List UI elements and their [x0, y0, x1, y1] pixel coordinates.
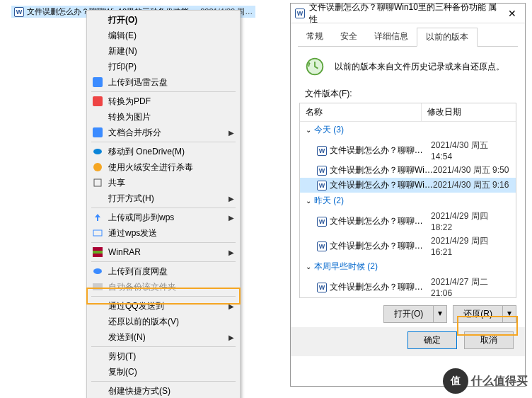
ctx-share[interactable]: 共享 — [87, 175, 240, 191]
ok-button[interactable]: 确定 — [407, 331, 457, 349]
dropdown-arrow-icon[interactable]: ▾ — [433, 306, 446, 322]
ctx-baidu[interactable]: 上传到百度网盘 — [87, 263, 240, 279]
versions-list[interactable]: 名称 修改日期 ⌄今天 (3) W文件误删怎么办？聊聊Win1...2021/4… — [299, 103, 516, 298]
context-menu: 打开(O) 编辑(E) 新建(N) 打印(P) 上传到迅雷云盘 转换为PDF 转… — [86, 10, 241, 398]
caret-down-icon: ⌄ — [306, 126, 311, 134]
word-file-icon: W — [14, 7, 24, 17]
ctx-edit[interactable]: 编辑(E) — [87, 28, 240, 43]
group-today[interactable]: ⌄今天 (3) — [300, 122, 516, 138]
ctx-shortcut[interactable]: 创建快捷方式(S) — [87, 383, 240, 398]
tab-security[interactable]: 安全 — [332, 28, 366, 46]
chevron-right-icon: ▶ — [229, 249, 234, 256]
watermark: 值 什么值得买 — [443, 368, 528, 394]
caret-down-icon: ⌄ — [306, 263, 311, 271]
huorong-icon — [91, 162, 104, 172]
ctx-to-pdf[interactable]: 转换为PDF — [87, 93, 240, 109]
version-row[interactable]: W文件误删怎么办？聊聊Win1...2021/4/30 周五 9:50 — [300, 163, 516, 178]
share-icon — [91, 178, 104, 188]
ctx-print[interactable]: 打印(P) — [87, 59, 240, 74]
ctx-onedrive[interactable]: 移动到 OneDrive(M) — [87, 144, 240, 159]
svg-point-9 — [93, 268, 102, 274]
ctx-huorong[interactable]: 使用火绒安全进行杀毒 — [87, 159, 240, 175]
winrar-icon — [91, 247, 104, 257]
tab-general[interactable]: 常规 — [298, 28, 332, 46]
word-file-icon: W — [317, 241, 327, 251]
svg-rect-5 — [94, 179, 101, 186]
onedrive-icon — [91, 148, 104, 155]
wps-send-icon — [91, 228, 104, 238]
chevron-right-icon: ▶ — [229, 129, 234, 137]
ctx-copy[interactable]: 复制(C) — [87, 364, 240, 380]
version-row[interactable]: W文件误删怎么办？聊聊Win1...2021/4/29 周四 18:22 — [300, 209, 516, 234]
ctx-open[interactable]: 打开(O) — [87, 12, 240, 28]
baidu-icon — [91, 268, 104, 275]
word-file-icon: W — [317, 181, 327, 191]
pdf-icon — [91, 96, 104, 106]
svg-rect-8 — [93, 251, 103, 254]
col-name[interactable]: 名称 — [300, 103, 422, 121]
word-file-icon: W — [317, 146, 327, 156]
svg-rect-1 — [93, 96, 103, 106]
combine-icon — [91, 127, 104, 137]
col-date[interactable]: 修改日期 — [422, 103, 516, 121]
annotation-highlight-menu — [86, 288, 241, 305]
watermark-logo-icon: 值 — [443, 368, 468, 394]
versions-header: 名称 修改日期 — [300, 103, 516, 122]
versions-label: 文件版本(F): — [291, 84, 525, 103]
group-yesterday[interactable]: ⌄昨天 (2) — [300, 193, 516, 209]
group-earlier-week[interactable]: ⌄本周早些时候 (2) — [300, 258, 516, 275]
chevron-right-icon: ▶ — [229, 195, 234, 203]
tab-strip: 常规 安全 详细信息 以前的版本 — [298, 28, 518, 47]
caret-down-icon: ⌄ — [306, 197, 311, 205]
chevron-right-icon: ▶ — [229, 214, 234, 222]
svg-rect-6 — [93, 230, 102, 236]
ctx-restore-previous[interactable]: 还原以前的版本(V) — [87, 314, 240, 329]
version-row[interactable]: W文件误删怎么办？聊聊Win1...2021/4/30 周五 14:54 — [300, 138, 516, 163]
dialog-title: 文件误删怎么办？聊聊Win10里的三种备份功能 属性 — [309, 1, 504, 25]
close-button[interactable]: ✕ — [504, 8, 521, 19]
version-row-selected[interactable]: W文件误删怎么办？聊聊Win1...2021/4/30 周五 9:16 — [300, 178, 516, 193]
word-file-icon: W — [317, 217, 327, 227]
word-file-icon: W — [295, 8, 305, 18]
svg-rect-2 — [93, 127, 103, 137]
info-text: 以前的版本来自文件历史记录或来自还原点。 — [335, 61, 504, 73]
ctx-winrar[interactable]: WinRAR▶ — [87, 244, 240, 260]
history-clock-icon — [305, 57, 325, 76]
ctx-new[interactable]: 新建(N) — [87, 43, 240, 59]
word-file-icon: W — [317, 166, 327, 176]
svg-rect-0 — [93, 77, 103, 87]
info-row: 以前的版本来自文件历史记录或来自还原点。 — [291, 47, 525, 84]
svg-point-3 — [93, 149, 102, 154]
tab-previous-versions[interactable]: 以前的版本 — [417, 28, 478, 47]
svg-point-4 — [93, 163, 102, 171]
open-split-button[interactable]: 打开(O)▾ — [383, 305, 447, 323]
ctx-wps-upload[interactable]: 上传或同步到wps▶ — [87, 210, 240, 225]
tab-details[interactable]: 详细信息 — [366, 28, 417, 46]
ctx-wps-send[interactable]: 通过wps发送 — [87, 225, 240, 241]
version-row[interactable]: W文件误删怎么办？聊聊Win1...2021/4/29 周四 16:21 — [300, 234, 516, 258]
ctx-open-with[interactable]: 打开方式(H)▶ — [87, 191, 240, 206]
watermark-text: 什么值得买 — [471, 374, 528, 389]
chevron-right-icon: ▶ — [229, 334, 234, 341]
wps-upload-icon — [91, 212, 104, 222]
word-file-icon: W — [317, 283, 327, 292]
ctx-send-to[interactable]: 发送到(N)▶ — [87, 329, 240, 345]
ctx-xunlei[interactable]: 上传到迅雷云盘 — [87, 74, 240, 90]
version-row[interactable]: W文件误删怎么办？聊聊Win1...2021/4/27 周二 21:06 — [300, 275, 516, 298]
xunlei-icon — [91, 77, 104, 87]
annotation-highlight-restore — [457, 316, 518, 336]
ctx-doc-combine[interactable]: 文档合并/拆分▶ — [87, 125, 240, 140]
dialog-titlebar[interactable]: W 文件误删怎么办？聊聊Win10里的三种备份功能 属性 ✕ — [291, 4, 525, 23]
ctx-to-img[interactable]: 转换为图片 — [87, 109, 240, 125]
ctx-cut[interactable]: 剪切(T) — [87, 348, 240, 364]
